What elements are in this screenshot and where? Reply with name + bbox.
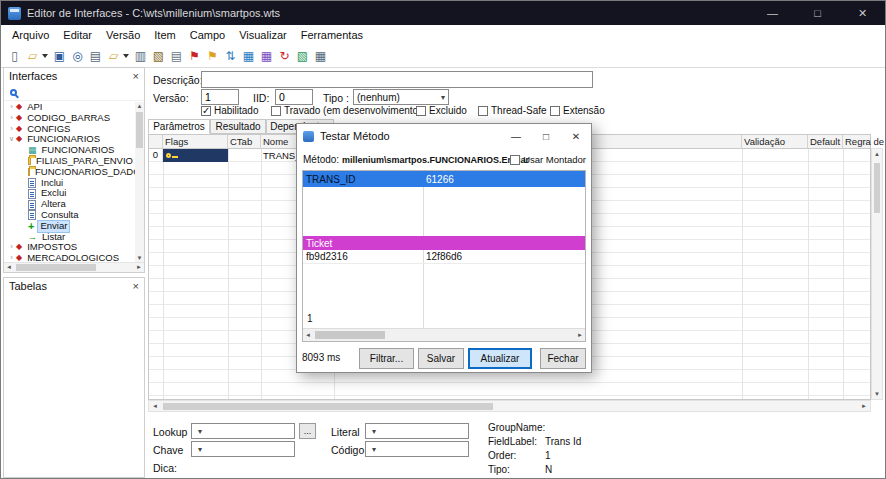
panel-close-icon[interactable]: × (133, 70, 139, 82)
menu-editar[interactable]: Editar (56, 26, 99, 44)
scroll-up-icon[interactable]: ▲ (872, 151, 882, 157)
tree-item-inclui[interactable]: Inclui (4, 178, 135, 189)
chart-alt-icon[interactable]: ▦ (258, 47, 275, 66)
iid-input[interactable] (275, 89, 313, 105)
usar-montador-checkbox[interactable]: Usar Montador (510, 154, 586, 165)
dialog-close-icon[interactable]: ✕ (561, 124, 591, 148)
maximize-icon[interactable]: □ (795, 1, 840, 25)
menu-visualizar[interactable]: Visualizar (232, 26, 294, 44)
close-icon[interactable]: ✕ (840, 1, 885, 25)
ticket-value-1: fb9d2316 (306, 251, 348, 262)
param-row-selected[interactable]: TRANS_ID 61266 (303, 171, 585, 187)
scroll-right-icon[interactable]: ► (136, 264, 142, 270)
scroll-right-icon[interactable]: ► (861, 403, 867, 409)
chevron-right-icon[interactable] (7, 124, 16, 135)
scroll-down-icon[interactable]: ▼ (872, 391, 882, 397)
fieldlabel-value: Trans Id (545, 436, 581, 447)
tree-vertical-scrollbar[interactable]: ▲ ▼ (135, 102, 144, 262)
scrollbar-thumb[interactable] (16, 264, 96, 271)
col-validacao[interactable]: Validação (742, 135, 808, 149)
dialog-horizontal-scrollbar[interactable]: ◄ ► (303, 328, 585, 341)
tipo-select[interactable]: (nenhum) (353, 89, 449, 105)
menu-campo[interactable]: Campo (183, 26, 232, 44)
checkbox-thread-safe[interactable]: Thread-Safe (478, 105, 547, 116)
grid-horizontal-scrollbar[interactable]: ◄ ► (148, 400, 871, 412)
scrollbar-thumb[interactable] (163, 403, 493, 410)
tree-item-mercadologicos[interactable]: MERCADOLOGICOS (4, 253, 135, 262)
ticket-data-row[interactable]: fb9d2316 12f86d6 (303, 250, 585, 264)
scrollbar-thumb[interactable] (874, 163, 880, 213)
menu-versao[interactable]: Versão (99, 26, 147, 44)
col-regra-visibilidade[interactable]: Regra de Visibilidade (843, 135, 872, 149)
clipboard-icon[interactable]: ▤ (168, 47, 185, 66)
versao-input[interactable] (201, 89, 239, 105)
lookup-more-button[interactable]: ... (299, 423, 316, 439)
codigo-select[interactable] (365, 441, 469, 457)
copy-icon[interactable]: ▥ (132, 47, 149, 66)
scroll-right-icon[interactable]: ► (577, 332, 583, 338)
flag-yellow-icon[interactable]: ⚑ (204, 47, 221, 66)
filtrar-button[interactable]: Filtrar... (359, 348, 414, 369)
chevron-right-icon[interactable] (7, 242, 16, 253)
checkbox-excluido[interactable]: Excluido (416, 105, 467, 116)
literal-select[interactable] (365, 423, 469, 439)
dropdown-arrow-icon[interactable] (42, 54, 48, 58)
open-file-icon[interactable]: ▱ (24, 47, 41, 66)
tree-item-exclui[interactable]: Exclui (4, 188, 135, 199)
new-file-icon[interactable]: ▯ (6, 47, 23, 66)
tree-item-enviar[interactable]: Enviar (4, 221, 135, 232)
checkbox-extensao[interactable]: Extensão (550, 105, 605, 116)
dialog-maximize-icon[interactable]: □ (531, 124, 561, 148)
menu-ferramentas[interactable]: Ferramentas (294, 26, 370, 44)
scrollbar-thumb[interactable] (136, 112, 143, 148)
dialog-minimize-icon[interactable]: — (501, 124, 531, 148)
export-icon[interactable]: ▧ (294, 47, 311, 66)
scroll-down-icon[interactable]: ▼ (135, 255, 144, 261)
lookup-select[interactable] (191, 423, 295, 439)
table-icon[interactable]: ▦ (312, 47, 329, 66)
scroll-left-icon[interactable]: ◄ (6, 264, 12, 270)
chart-icon[interactable]: ▦ (240, 47, 257, 66)
flags-cell[interactable] (163, 149, 228, 162)
descricao-input[interactable] (201, 71, 593, 88)
chave-select[interactable] (191, 441, 295, 457)
dropdown-arrow-icon[interactable] (123, 54, 129, 58)
print-icon[interactable]: ▤ (87, 47, 104, 66)
chevron-right-icon[interactable] (7, 253, 16, 262)
chevron-right-icon[interactable] (7, 102, 16, 113)
grid-vertical-scrollbar[interactable]: ▲ ▼ (871, 148, 883, 400)
checkbox-travado[interactable]: Travado (em desenvolvimento) (271, 105, 421, 116)
menu-item[interactable]: Item (147, 26, 182, 44)
col-ctab[interactable]: CTab (228, 135, 261, 149)
atualizar-button[interactable]: Atualizar (468, 348, 532, 369)
open-folder-icon[interactable]: ▱ (105, 47, 122, 66)
tab-parametros[interactable]: Parâmetros (148, 119, 210, 134)
ticket-header-row[interactable]: Ticket (303, 236, 585, 250)
refresh-icon[interactable]: ↻ (276, 47, 293, 66)
tab-resultado[interactable]: Resultado (210, 119, 266, 134)
menu-arquivo[interactable]: Arquivo (5, 26, 56, 44)
panel-close-icon[interactable]: × (133, 280, 139, 292)
sort-arrows-icon[interactable]: ⇅ (222, 47, 239, 66)
checkbox-habilitado[interactable]: Habilitado (201, 105, 258, 116)
tree-item-funcionarios-dados[interactable]: FUNCIONARIOS_DADOS (4, 167, 135, 178)
scroll-left-icon[interactable]: ◄ (305, 332, 311, 338)
col-flags[interactable]: Flags (163, 135, 228, 149)
search-icon[interactable] (10, 89, 17, 96)
chevron-right-icon[interactable] (7, 113, 16, 124)
col-rownum[interactable] (149, 135, 163, 149)
tree-item-codigo-barras[interactable]: CODIGO_BARRAS (4, 113, 135, 124)
scrollbar-thumb[interactable] (315, 331, 385, 339)
paste-icon[interactable]: ▧ (150, 47, 167, 66)
scroll-left-icon[interactable]: ◄ (152, 403, 158, 409)
scroll-up-icon[interactable]: ▲ (135, 103, 144, 109)
fechar-button[interactable]: Fechar (540, 348, 586, 369)
chevron-down-icon[interactable] (7, 134, 16, 145)
flag-red-icon[interactable]: ⚑ (186, 47, 203, 66)
tree-horizontal-scrollbar[interactable]: ◄ ► (4, 262, 144, 272)
save-icon[interactable]: ▣ (51, 47, 68, 66)
search-icon[interactable]: ◎ (69, 47, 86, 66)
salvar-button[interactable]: Salvar (418, 348, 464, 369)
minimize-icon[interactable]: — (750, 1, 795, 25)
col-default[interactable]: Default (808, 135, 843, 149)
